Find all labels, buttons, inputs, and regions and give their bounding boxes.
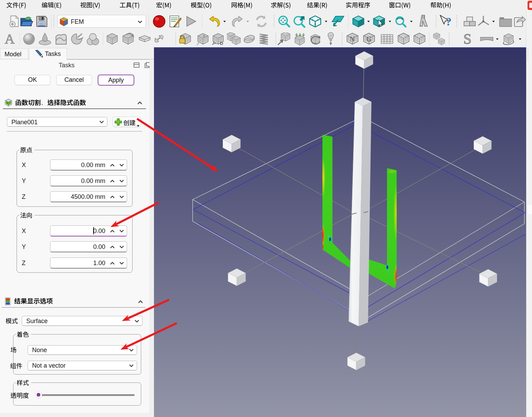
svg-text:S: S (463, 32, 471, 46)
svg-text:D: D (220, 41, 223, 46)
svg-text:G: G (366, 35, 372, 43)
svg-text:N: N (350, 35, 355, 43)
svg-text:?: ? (446, 15, 452, 28)
svg-text:A: A (5, 32, 15, 46)
